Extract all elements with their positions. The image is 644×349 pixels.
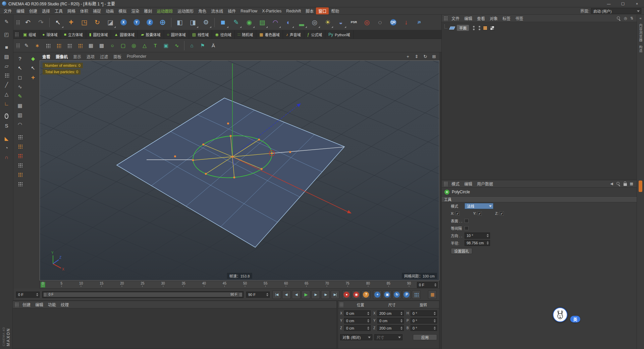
palette-grip-icon[interactable]: [16, 20, 20, 25]
primitive-helix-button[interactable]: ∿: [172, 41, 182, 51]
formula-field-button[interactable]: ƒ公式域: [304, 30, 326, 39]
tool-section-header[interactable]: 工具: [442, 196, 637, 202]
add-floor-button[interactable]: ▂: [295, 16, 308, 29]
add-cube-button[interactable]: ■: [217, 16, 229, 29]
menu-工具[interactable]: 工具: [52, 7, 65, 14]
axis-mode-button[interactable]: ∟: [2, 99, 11, 108]
frame-tick-10[interactable]: 10: [79, 282, 83, 287]
am-menu-模式[interactable]: 模式: [449, 181, 462, 187]
rotation-b-input[interactable]: 0 °: [411, 325, 437, 331]
palette-grip-icon[interactable]: [15, 32, 19, 37]
spacing-checkbox[interactable]: ✓: [465, 226, 469, 230]
spinner-icon[interactable]: [399, 327, 404, 330]
menu-编辑[interactable]: 编辑: [14, 7, 27, 14]
select-arrow-button[interactable]: ↖: [15, 63, 25, 72]
add-volume-button[interactable]: ◐: [282, 16, 295, 29]
matrix-tool-3-button[interactable]: [15, 151, 25, 160]
panel-grip-icon[interactable]: [444, 16, 448, 21]
frame-tick-60[interactable]: 60: [284, 282, 288, 287]
active-strip-marker[interactable]: [639, 181, 642, 192]
target-button[interactable]: ◎: [361, 16, 373, 29]
tab-structure[interactable]: 构造: [638, 45, 643, 53]
frame-tick-55[interactable]: 55: [264, 282, 267, 287]
primitive-pyramid-button[interactable]: △: [140, 41, 150, 51]
timeline-ruler[interactable]: 051015202530354045505560657075808590 0 F: [40, 281, 439, 289]
brush-tool-button[interactable]: ✎: [21, 41, 32, 51]
solo-mode-button[interactable]: S: [2, 121, 11, 130]
menu-Redshift[interactable]: Redshift: [284, 8, 303, 14]
frame-tick-90[interactable]: 90: [407, 282, 411, 287]
linear-field-button[interactable]: ▤线性域: [189, 30, 212, 39]
move-button[interactable]: +: [65, 16, 77, 29]
paint-bucket-button[interactable]: ◣: [2, 134, 11, 143]
panel-grip-icon[interactable]: [339, 302, 343, 307]
menu-RealFlow[interactable]: RealFlow: [238, 8, 260, 14]
pan-view-icon[interactable]: +: [405, 54, 411, 59]
close-button[interactable]: ×: [630, 0, 644, 7]
frame-tick-80[interactable]: 80: [366, 282, 370, 287]
sculpt-tool-button[interactable]: ◔: [2, 143, 11, 152]
prev-key-button[interactable]: ◀·: [282, 290, 291, 299]
points-tool-2-button[interactable]: [54, 41, 64, 51]
menu-运动跟踪[interactable]: 运动跟踪: [154, 7, 175, 14]
qr-button[interactable]: QR: [387, 16, 399, 29]
coordinate-mode-dropdown[interactable]: 对象 (相对): [340, 334, 372, 340]
key-rotation-button[interactable]: ↻: [392, 290, 401, 299]
spinner-icon[interactable]: [432, 319, 437, 322]
array-tool-button[interactable]: ▩: [97, 41, 107, 51]
next-frame-button[interactable]: ▶: [311, 290, 320, 299]
spinner-icon[interactable]: [366, 312, 370, 315]
menu-帮助[interactable]: 帮助: [329, 7, 341, 14]
primitive-torus-button[interactable]: ◎: [129, 41, 139, 51]
goto-start-button[interactable]: |◀: [272, 290, 281, 299]
om-menu-文件[interactable]: 文件: [449, 15, 462, 21]
frame-tick-30[interactable]: 30: [161, 282, 165, 287]
viewport-menu-过滤[interactable]: 过滤: [97, 54, 111, 59]
set-circle-button[interactable]: 设置圆孔: [451, 248, 472, 254]
jb-button[interactable]: jB: [413, 16, 426, 29]
rotate-view-icon[interactable]: ↻: [423, 54, 428, 59]
search-icon[interactable]: [616, 16, 621, 20]
panel-grip-icon[interactable]: [444, 182, 448, 186]
polycircle-tool-button[interactable]: ◆: [29, 54, 38, 63]
matrix-tool-6-button[interactable]: [15, 179, 25, 189]
plane-edit-button[interactable]: ▥: [15, 110, 25, 119]
ime-language-badge[interactable]: 英: [570, 316, 580, 322]
plane-cut-button[interactable]: ▦: [15, 101, 25, 110]
panel-grip-icon[interactable]: [15, 302, 19, 307]
menu-X-Particles[interactable]: X-Particles: [260, 8, 284, 14]
add-subdivision-button[interactable]: ◉: [243, 16, 256, 29]
spinner-icon[interactable]: [485, 241, 490, 245]
material-menu-功能[interactable]: 功能: [46, 302, 58, 307]
goto-end-button[interactable]: ▶|: [331, 290, 339, 299]
viewport-menu-显示[interactable]: 显示: [70, 54, 84, 59]
matrix-tool-4-button[interactable]: [15, 160, 25, 170]
viewport-menu-选项[interactable]: 选项: [84, 54, 97, 59]
spherical-field-button[interactable]: ●球体域: [39, 30, 61, 39]
material-menu-编辑[interactable]: 编辑: [33, 302, 46, 307]
object-tree[interactable]: 平面: [442, 22, 637, 180]
scene-3d[interactable]: YXZ: [40, 61, 439, 281]
add-camera-button[interactable]: ◎: [308, 16, 321, 29]
grid-tool-button[interactable]: ▦: [86, 41, 96, 51]
viewport-menu-查看[interactable]: 查看: [40, 54, 53, 59]
frame-tick-50[interactable]: 50: [243, 282, 247, 287]
autokey-button[interactable]: ◉: [352, 290, 361, 299]
render-view-button[interactable]: ◧: [173, 16, 186, 29]
position-x-input[interactable]: 0 cm: [344, 310, 371, 316]
spline-pen-button[interactable]: ∿: [15, 82, 25, 91]
points-tool-3-button[interactable]: [64, 41, 74, 51]
poly-pen-button[interactable]: ✎: [15, 91, 25, 101]
matrix-tool-1-button[interactable]: [15, 132, 25, 142]
object-row-plane[interactable]: 平面: [442, 24, 637, 31]
snap-toggle-button[interactable]: ∩: [2, 152, 11, 162]
make-editable-button[interactable]: ◰: [2, 30, 11, 39]
om-menu-标签[interactable]: 标签: [500, 15, 513, 21]
palette-grip-icon[interactable]: [16, 43, 20, 48]
radial-field-button[interactable]: ◉径向域: [212, 30, 234, 39]
range-handle-right[interactable]: [239, 292, 243, 297]
menu-动画[interactable]: 动画: [103, 7, 116, 14]
toggle-view-icon[interactable]: ⊞: [431, 54, 437, 59]
paint-setup-wizard-button[interactable]: ✎: [2, 17, 11, 26]
points-tool-4-button[interactable]: [75, 41, 85, 51]
